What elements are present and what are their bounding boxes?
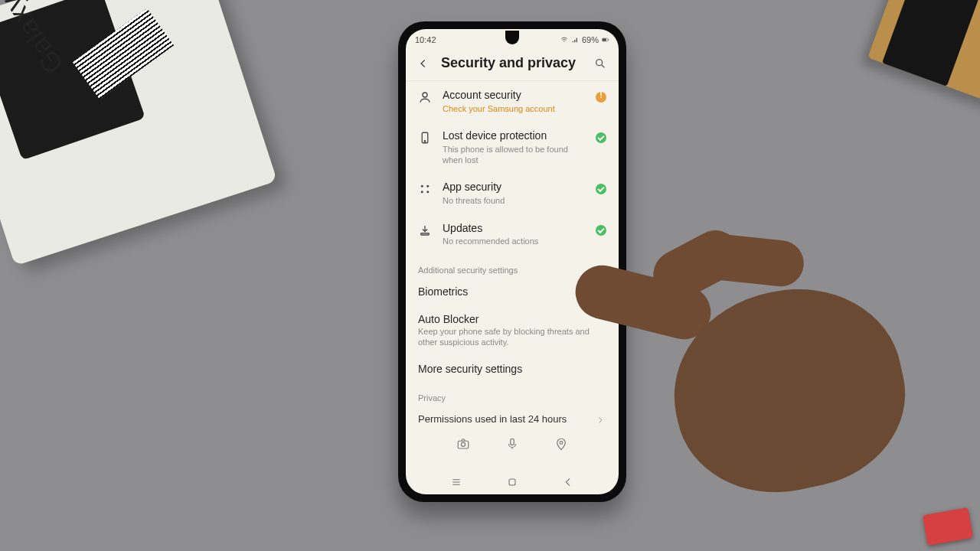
row-app-security[interactable]: App security No threats found [406, 173, 619, 214]
status-badge-ok [596, 132, 606, 143]
row-account-security[interactable]: Account security Check your Samsung acco… [406, 81, 619, 122]
grid-icon [418, 182, 432, 196]
row-subtitle: No recommended actions [443, 236, 585, 247]
user-icon [418, 90, 432, 104]
row-subtitle: Check your Samsung account [443, 104, 585, 115]
svg-point-5 [423, 93, 427, 97]
row-updates[interactable]: Updates No recommended actions [406, 214, 619, 255]
permission-icons-row [406, 429, 619, 455]
setting-biometrics[interactable]: Biometrics [406, 278, 619, 305]
download-icon [418, 223, 432, 237]
svg-line-4 [602, 65, 604, 67]
svg-point-10 [421, 191, 423, 194]
settings-content: Account security Check your Samsung acco… [406, 81, 619, 471]
battery-icon [602, 36, 609, 44]
status-time: 10:42 [415, 35, 436, 44]
wifi-icon [560, 36, 568, 44]
phone-frame: 10:42 69% Security and privacy [398, 21, 626, 502]
status-battery: 69% [582, 35, 599, 44]
svg-point-14 [461, 442, 465, 446]
status-badge-ok [596, 184, 606, 194]
hand-prop [582, 245, 934, 536]
svg-rect-2 [608, 39, 609, 41]
svg-point-8 [421, 185, 423, 187]
row-lost-device[interactable]: Lost device protection This phone is all… [406, 122, 619, 173]
svg-point-9 [426, 185, 429, 187]
product-box-label: Galaxy A06 [0, 0, 70, 80]
setting-title: Auto Blocker [418, 313, 606, 325]
svg-rect-1 [603, 38, 606, 41]
barcode-decoration [73, 8, 174, 99]
product-box-prop: Galaxy A06 [0, 0, 277, 266]
camera-icon[interactable] [455, 435, 472, 452]
status-badge-ok [596, 225, 606, 236]
search-button[interactable] [593, 56, 608, 71]
row-title: Lost device protection [443, 129, 585, 143]
svg-rect-20 [509, 479, 515, 485]
row-title: App security [443, 181, 585, 194]
back-button[interactable] [416, 57, 430, 70]
row-title: Updates [443, 222, 585, 236]
permissions-title: Permissions used in last 24 hours [418, 413, 588, 425]
svg-point-11 [426, 191, 429, 194]
row-subtitle: No threats found [443, 196, 585, 207]
section-header-privacy: Privacy [406, 383, 619, 406]
status-badge-warn [596, 92, 606, 103]
home-button[interactable] [505, 474, 520, 490]
microphone-icon[interactable] [504, 435, 521, 452]
page-header: Security and privacy [406, 47, 619, 81]
back-nav-button[interactable] [560, 474, 576, 490]
svg-point-16 [560, 442, 563, 445]
row-permissions-used[interactable]: Permissions used in last 24 hours [406, 406, 619, 429]
setting-auto-blocker[interactable]: Auto Blocker Keep your phone safe by blo… [406, 305, 619, 356]
location-icon[interactable] [553, 435, 570, 452]
setting-more-security[interactable]: More security settings [406, 355, 619, 383]
signal-icon [571, 36, 579, 44]
setting-title: More security settings [418, 363, 606, 375]
chevron-right-icon [596, 414, 606, 425]
recents-button[interactable] [449, 474, 464, 490]
device-icon [418, 131, 432, 145]
setting-subtitle: Keep your phone safe by blocking threats… [418, 327, 606, 348]
svg-rect-15 [511, 439, 514, 445]
phone-screen: 10:42 69% Security and privacy [406, 29, 619, 494]
notch [505, 31, 519, 44]
android-nav-bar [406, 471, 619, 494]
section-header-additional: Additional security settings [406, 255, 619, 278]
row-subtitle: This phone is allowed to be found when l… [443, 145, 585, 166]
row-title: Account security [443, 89, 585, 103]
wood-block-prop [867, 0, 980, 105]
setting-title: Biometrics [418, 285, 606, 298]
svg-rect-12 [421, 233, 430, 234]
svg-point-7 [424, 141, 426, 142]
svg-point-3 [596, 59, 603, 65]
red-badge-prop [923, 507, 973, 546]
page-title: Security and privacy [441, 55, 582, 71]
